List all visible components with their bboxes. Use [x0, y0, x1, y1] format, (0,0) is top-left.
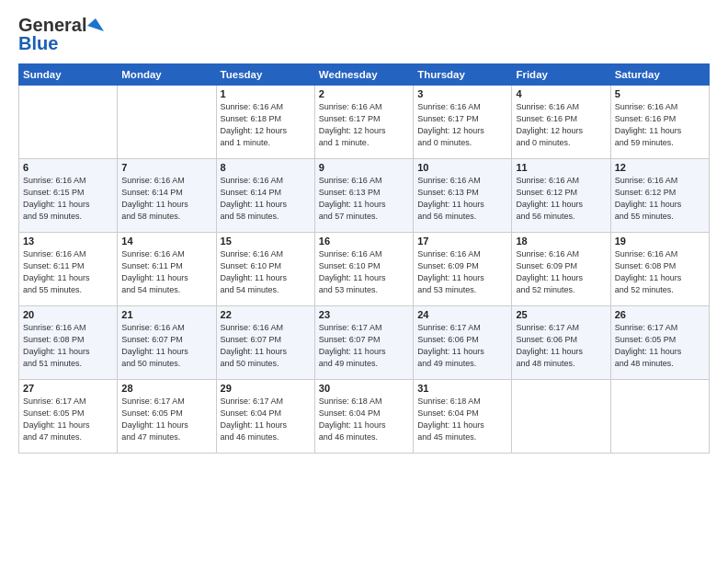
calendar-cell: 30Sunrise: 6:18 AMSunset: 6:04 PMDayligh… — [314, 380, 413, 454]
calendar-cell: 2Sunrise: 6:16 AMSunset: 6:17 PMDaylight… — [314, 86, 413, 159]
calendar-cell: 6Sunrise: 6:16 AMSunset: 6:15 PMDaylight… — [19, 159, 118, 233]
weekday-header-sunday: Sunday — [19, 64, 118, 86]
calendar-cell: 16Sunrise: 6:16 AMSunset: 6:10 PMDayligh… — [314, 233, 413, 306]
day-info: Sunrise: 6:16 AMSunset: 6:14 PMDaylight:… — [121, 175, 211, 223]
day-number: 17 — [417, 236, 507, 247]
day-info: Sunrise: 6:16 AMSunset: 6:16 PMDaylight:… — [615, 101, 705, 149]
day-number: 9 — [319, 162, 409, 173]
day-info: Sunrise: 6:16 AMSunset: 6:08 PMDaylight:… — [23, 322, 113, 370]
day-number: 19 — [615, 236, 705, 247]
calendar-cell: 3Sunrise: 6:16 AMSunset: 6:17 PMDaylight… — [414, 86, 512, 159]
week-row-2: 6Sunrise: 6:16 AMSunset: 6:15 PMDaylight… — [19, 159, 710, 233]
calendar-cell: 24Sunrise: 6:17 AMSunset: 6:06 PMDayligh… — [414, 306, 512, 380]
day-number: 26 — [615, 309, 705, 320]
day-info: Sunrise: 6:17 AMSunset: 6:05 PMDaylight:… — [23, 396, 113, 443]
day-number: 14 — [121, 236, 211, 247]
logo-bird-icon — [87, 17, 104, 33]
day-number: 21 — [121, 309, 211, 320]
day-number: 10 — [417, 162, 507, 173]
calendar-cell: 14Sunrise: 6:16 AMSunset: 6:11 PMDayligh… — [118, 233, 216, 306]
day-number: 6 — [23, 162, 113, 173]
day-info: Sunrise: 6:17 AMSunset: 6:05 PMDaylight:… — [121, 396, 211, 443]
day-number: 22 — [221, 309, 311, 320]
day-info: Sunrise: 6:17 AMSunset: 6:06 PMDaylight:… — [417, 322, 507, 370]
day-info: Sunrise: 6:16 AMSunset: 6:17 PMDaylight:… — [417, 101, 507, 149]
day-info: Sunrise: 6:16 AMSunset: 6:11 PMDaylight:… — [23, 248, 113, 296]
calendar-cell — [19, 86, 118, 159]
calendar-cell: 5Sunrise: 6:16 AMSunset: 6:16 PMDaylight… — [610, 86, 709, 159]
day-number: 1 — [221, 88, 311, 99]
day-number: 8 — [221, 162, 311, 173]
calendar-cell — [512, 380, 610, 454]
weekday-header-wednesday: Wednesday — [314, 64, 413, 86]
day-number: 28 — [121, 383, 211, 394]
weekday-header-row: SundayMondayTuesdayWednesdayThursdayFrid… — [19, 64, 710, 86]
weekday-header-tuesday: Tuesday — [216, 64, 314, 86]
day-info: Sunrise: 6:16 AMSunset: 6:15 PMDaylight:… — [23, 175, 113, 223]
day-number: 7 — [121, 162, 211, 173]
day-number: 3 — [417, 88, 507, 99]
day-number: 18 — [516, 236, 606, 247]
day-info: Sunrise: 6:17 AMSunset: 6:06 PMDaylight:… — [516, 322, 606, 370]
calendar-cell: 23Sunrise: 6:17 AMSunset: 6:07 PMDayligh… — [314, 306, 413, 380]
calendar-table: SundayMondayTuesdayWednesdayThursdayFrid… — [18, 63, 710, 454]
weekday-header-friday: Friday — [512, 64, 610, 86]
weekday-header-saturday: Saturday — [610, 64, 709, 86]
week-row-5: 27Sunrise: 6:17 AMSunset: 6:05 PMDayligh… — [19, 380, 710, 454]
day-number: 12 — [615, 162, 705, 173]
calendar-cell: 31Sunrise: 6:18 AMSunset: 6:04 PMDayligh… — [414, 380, 512, 454]
day-number: 2 — [319, 88, 409, 99]
day-info: Sunrise: 6:17 AMSunset: 6:07 PMDaylight:… — [319, 322, 409, 370]
calendar-cell — [610, 380, 709, 454]
day-number: 24 — [417, 309, 507, 320]
calendar-cell: 28Sunrise: 6:17 AMSunset: 6:05 PMDayligh… — [118, 380, 216, 454]
day-number: 23 — [319, 309, 409, 320]
weekday-header-thursday: Thursday — [414, 64, 512, 86]
week-row-1: 1Sunrise: 6:16 AMSunset: 6:18 PMDaylight… — [19, 86, 710, 159]
day-info: Sunrise: 6:16 AMSunset: 6:10 PMDaylight:… — [221, 248, 311, 296]
weekday-header-monday: Monday — [118, 64, 216, 86]
day-info: Sunrise: 6:18 AMSunset: 6:04 PMDaylight:… — [417, 396, 507, 443]
day-number: 30 — [319, 383, 409, 394]
day-number: 4 — [516, 88, 606, 99]
calendar-cell: 26Sunrise: 6:17 AMSunset: 6:05 PMDayligh… — [610, 306, 709, 380]
day-number: 5 — [615, 88, 705, 99]
day-info: Sunrise: 6:16 AMSunset: 6:09 PMDaylight:… — [417, 248, 507, 296]
day-number: 31 — [417, 383, 507, 394]
day-info: Sunrise: 6:16 AMSunset: 6:16 PMDaylight:… — [516, 101, 606, 149]
day-info: Sunrise: 6:16 AMSunset: 6:08 PMDaylight:… — [615, 248, 705, 296]
calendar-cell: 20Sunrise: 6:16 AMSunset: 6:08 PMDayligh… — [19, 306, 118, 380]
day-info: Sunrise: 6:17 AMSunset: 6:04 PMDaylight:… — [221, 396, 311, 443]
calendar-cell: 9Sunrise: 6:16 AMSunset: 6:13 PMDaylight… — [314, 159, 413, 233]
calendar-cell: 19Sunrise: 6:16 AMSunset: 6:08 PMDayligh… — [610, 233, 709, 306]
day-number: 15 — [221, 236, 311, 247]
day-info: Sunrise: 6:16 AMSunset: 6:17 PMDaylight:… — [319, 101, 409, 149]
day-number: 11 — [516, 162, 606, 173]
calendar-cell: 21Sunrise: 6:16 AMSunset: 6:07 PMDayligh… — [118, 306, 216, 380]
calendar-cell: 13Sunrise: 6:16 AMSunset: 6:11 PMDayligh… — [19, 233, 118, 306]
day-number: 16 — [319, 236, 409, 247]
day-info: Sunrise: 6:16 AMSunset: 6:10 PMDaylight:… — [319, 248, 409, 296]
calendar-cell: 27Sunrise: 6:17 AMSunset: 6:05 PMDayligh… — [19, 380, 118, 454]
logo-area: General Blue — [18, 15, 105, 54]
day-info: Sunrise: 6:16 AMSunset: 6:13 PMDaylight:… — [417, 175, 507, 223]
day-number: 20 — [23, 309, 113, 320]
calendar-cell: 12Sunrise: 6:16 AMSunset: 6:12 PMDayligh… — [610, 159, 709, 233]
day-info: Sunrise: 6:16 AMSunset: 6:14 PMDaylight:… — [221, 175, 311, 223]
calendar-cell: 29Sunrise: 6:17 AMSunset: 6:04 PMDayligh… — [216, 380, 314, 454]
calendar-cell: 11Sunrise: 6:16 AMSunset: 6:12 PMDayligh… — [512, 159, 610, 233]
day-info: Sunrise: 6:17 AMSunset: 6:05 PMDaylight:… — [615, 322, 705, 370]
calendar-cell: 8Sunrise: 6:16 AMSunset: 6:14 PMDaylight… — [216, 159, 314, 233]
day-info: Sunrise: 6:16 AMSunset: 6:11 PMDaylight:… — [121, 248, 211, 296]
week-row-3: 13Sunrise: 6:16 AMSunset: 6:11 PMDayligh… — [19, 233, 710, 306]
day-info: Sunrise: 6:16 AMSunset: 6:12 PMDaylight:… — [615, 175, 705, 223]
calendar-cell: 25Sunrise: 6:17 AMSunset: 6:06 PMDayligh… — [512, 306, 610, 380]
day-info: Sunrise: 6:16 AMSunset: 6:07 PMDaylight:… — [121, 322, 211, 370]
calendar-cell: 4Sunrise: 6:16 AMSunset: 6:16 PMDaylight… — [512, 86, 610, 159]
calendar-cell: 22Sunrise: 6:16 AMSunset: 6:07 PMDayligh… — [216, 306, 314, 380]
calendar-cell: 10Sunrise: 6:16 AMSunset: 6:13 PMDayligh… — [414, 159, 512, 233]
day-info: Sunrise: 6:16 AMSunset: 6:18 PMDaylight:… — [221, 101, 311, 149]
calendar-page: General Blue SundayMondayTuesdayWednesda… — [0, 0, 728, 563]
calendar-cell: 15Sunrise: 6:16 AMSunset: 6:10 PMDayligh… — [216, 233, 314, 306]
logo-blue-part: Blue — [18, 33, 58, 54]
